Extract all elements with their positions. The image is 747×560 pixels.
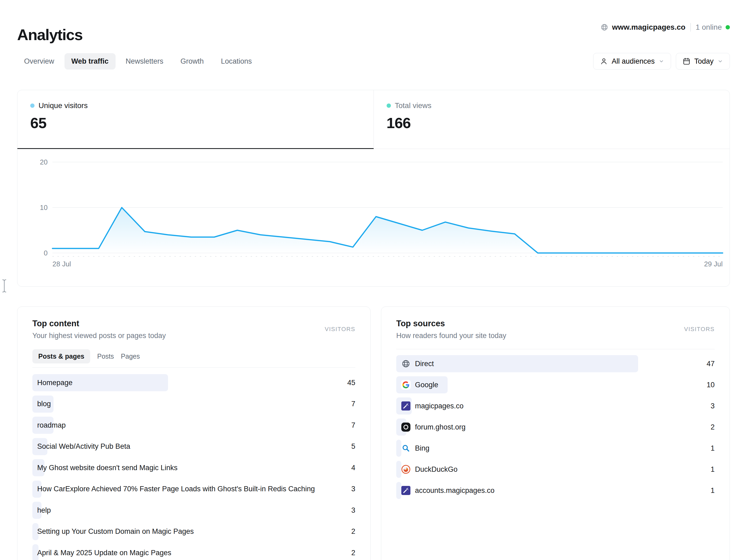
audience-filter-button[interactable]: All audiences	[593, 53, 671, 70]
content-tab-pages[interactable]: Pages	[121, 349, 140, 364]
row-label: April & May 2025 Update on Magic Pages	[37, 549, 171, 557]
row-main: help	[32, 502, 51, 519]
row-label: Setting up Your Custom Domain on Magic P…	[37, 527, 194, 536]
stat-tab-unique-visitors[interactable]: Unique visitors65	[17, 90, 374, 149]
row-label: help	[37, 506, 51, 514]
list-item-magicpages-co[interactable]: magicpages.co3	[396, 397, 715, 415]
list-item-roadmap[interactable]: roadmap7	[32, 417, 355, 434]
traffic-card: Unique visitors65Total views166 0102028 …	[17, 90, 730, 287]
site-info: www.magicpages.co 1 online	[600, 23, 730, 31]
row-label: accounts.magicpages.co	[415, 486, 494, 495]
page-title: Analytics	[17, 26, 82, 44]
list-item-blog[interactable]: blog7	[32, 396, 355, 412]
chart-area-fill	[52, 208, 723, 253]
row-main: How CarExplore Achieved 70% Faster Page …	[32, 481, 315, 498]
list-item-april-may-2025-update-on-magic-pages[interactable]: April & May 2025 Update on Magic Pages2	[32, 544, 355, 560]
tab-overview[interactable]: Overview	[17, 53, 61, 70]
row-label: magicpages.co	[415, 402, 464, 410]
row-main: forum.ghost.org	[396, 419, 466, 436]
row-value: 45	[347, 374, 355, 391]
online-count: 1 online	[696, 23, 722, 31]
top-sources-card: Top sources How readers found your site …	[381, 306, 730, 560]
row-main: Direct	[396, 355, 434, 372]
list-item-how-carexplore-achieved-70-faster-page-loads-with-ghost-s-built-in-redis-caching[interactable]: How CarExplore Achieved 70% Faster Page …	[32, 481, 355, 498]
top-content-list: Homepage45blog7roadmap7Social Web/Activi…	[32, 374, 355, 560]
row-label: blog	[37, 400, 51, 408]
row-value: 3	[351, 481, 355, 498]
row-label: roadmap	[37, 421, 66, 429]
legend-dot-icon	[30, 104, 34, 108]
top-sources-list: Direct47Google10magicpages.co3forum.ghos…	[396, 355, 715, 499]
duckduckgo-icon	[401, 464, 411, 474]
row-main: accounts.magicpages.co	[396, 482, 494, 499]
list-item-bing[interactable]: Bing1	[396, 439, 715, 457]
globe-icon	[600, 23, 609, 31]
row-label: My Ghost website doesn't send Magic Link…	[37, 464, 177, 472]
row-main: blog	[32, 396, 51, 412]
date-filter-label: Today	[694, 57, 714, 65]
row-main: Bing	[396, 439, 430, 457]
list-item-my-ghost-website-doesn-t-send-magic-links[interactable]: My Ghost website doesn't send Magic Link…	[32, 459, 355, 476]
online-dot-icon	[726, 25, 730, 29]
content-tab-posts[interactable]: Posts	[97, 349, 114, 364]
row-label: How CarExplore Achieved 70% Faster Page …	[37, 485, 315, 493]
svg-text:20: 20	[40, 158, 48, 166]
row-value: 3	[711, 397, 715, 415]
nav-row: OverviewWeb trafficNewslettersGrowthLoca…	[17, 52, 730, 70]
ghost-icon	[401, 422, 411, 432]
top-sources-subtitle: How readers found your site today	[396, 331, 715, 340]
filter-controls: All audiences Today	[593, 53, 730, 70]
list-item-social-web-activity-pub-beta[interactable]: Social Web/Activity Pub Beta5	[32, 438, 355, 455]
content-tab-posts-pages[interactable]: Posts & pages	[32, 349, 90, 364]
stat-label: Total views	[387, 101, 730, 110]
visitors-column-header: VISITORS	[684, 326, 715, 333]
site-domain-link[interactable]: www.magicpages.co	[600, 23, 686, 31]
list-item-duckduckgo[interactable]: DuckDuckGo1	[396, 461, 715, 478]
stat-value: 166	[387, 114, 730, 132]
row-value: 3	[351, 502, 355, 519]
row-main: My Ghost website doesn't send Magic Link…	[32, 459, 177, 476]
magicpages-icon	[401, 486, 411, 495]
list-item-setting-up-your-custom-domain-on-magic-pages[interactable]: Setting up Your Custom Domain on Magic P…	[32, 523, 355, 540]
svg-text:0: 0	[44, 249, 48, 257]
list-item-accounts-magicpages-co[interactable]: accounts.magicpages.co1	[396, 482, 715, 499]
list-item-forum-ghost-org[interactable]: forum.ghost.org2	[396, 419, 715, 436]
tab-newsletters[interactable]: Newsletters	[119, 53, 171, 70]
list-item-homepage[interactable]: Homepage45	[32, 374, 355, 391]
legend-dot-icon	[387, 104, 391, 108]
tab-locations[interactable]: Locations	[214, 53, 259, 70]
row-main: roadmap	[32, 417, 66, 434]
list-item-direct[interactable]: Direct47	[396, 355, 715, 372]
row-main: Social Web/Activity Pub Beta	[32, 438, 130, 455]
tab-web-traffic[interactable]: Web traffic	[65, 53, 115, 70]
google-icon	[401, 380, 411, 390]
chart-area: 0102028 Jul29 Jul	[17, 149, 729, 287]
stats-row: Unique visitors65Total views166	[17, 90, 730, 149]
content-type-tabs: Posts & pagesPostsPages	[32, 349, 355, 364]
person-icon	[600, 57, 608, 65]
row-value: 2	[351, 544, 355, 560]
row-value: 7	[351, 417, 355, 434]
traffic-chart[interactable]: 0102028 Jul29 Jul	[17, 149, 729, 287]
top-content-subtitle: Your highest viewed posts or pages today	[32, 331, 355, 340]
row-main: magicpages.co	[396, 397, 464, 415]
row-label: Social Web/Activity Pub Beta	[37, 442, 130, 451]
tab-growth[interactable]: Growth	[174, 53, 211, 70]
audience-filter-label: All audiences	[612, 57, 655, 65]
stat-label: Unique visitors	[30, 101, 374, 110]
list-item-help[interactable]: help3	[32, 502, 355, 519]
stat-tab-total-views[interactable]: Total views166	[374, 90, 730, 149]
date-filter-button[interactable]: Today	[676, 53, 730, 70]
visitors-column-header: VISITORS	[325, 326, 355, 333]
nav-tabs: OverviewWeb trafficNewslettersGrowthLoca…	[17, 53, 259, 70]
top-content-title: Top content	[32, 319, 355, 329]
stat-label-text: Total views	[395, 101, 432, 110]
globe-icon	[401, 359, 411, 369]
divider	[690, 23, 691, 31]
row-label: Google	[415, 381, 438, 389]
site-domain-text: www.magicpages.co	[612, 23, 686, 31]
svg-text:28 Jul: 28 Jul	[52, 260, 71, 268]
row-value: 1	[711, 482, 715, 499]
list-item-google[interactable]: Google10	[396, 376, 715, 393]
row-value: 10	[706, 376, 715, 393]
